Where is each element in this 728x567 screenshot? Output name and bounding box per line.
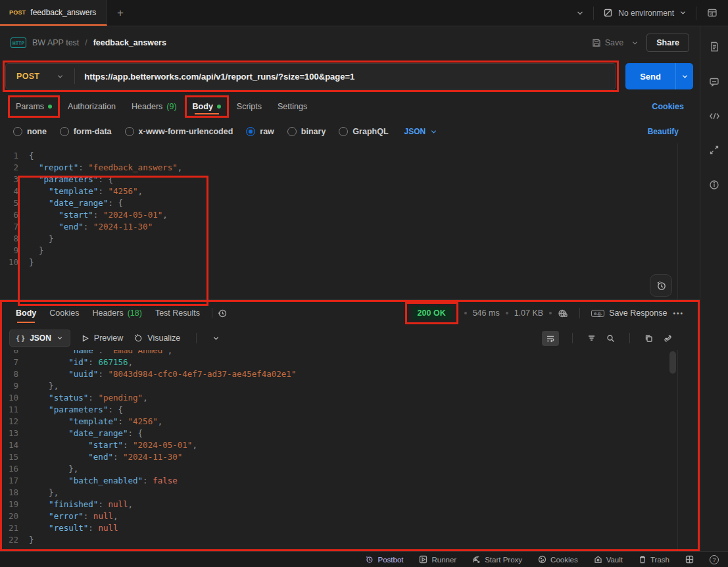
mode-none[interactable]: none bbox=[13, 127, 47, 136]
mode-form-data[interactable]: form-data bbox=[60, 127, 112, 136]
search-icon[interactable] bbox=[605, 333, 616, 344]
method-selector[interactable]: POST bbox=[6, 72, 74, 81]
url-input[interactable] bbox=[75, 72, 616, 82]
mode-binary[interactable]: binary bbox=[287, 127, 326, 136]
divider bbox=[212, 308, 212, 318]
scrollbar-thumb[interactable] bbox=[669, 351, 676, 374]
send-button[interactable]: Send bbox=[625, 63, 675, 89]
postman-window: POST feedback_answers + No environment x bbox=[0, 0, 728, 567]
tab-title: feedback_answers bbox=[30, 8, 96, 17]
cookies-link[interactable]: Cookies bbox=[652, 102, 692, 111]
help-icon[interactable]: ? bbox=[710, 555, 719, 564]
tab-scripts[interactable]: Scripts bbox=[229, 95, 270, 118]
statusbar-cookies[interactable]: Cookies bbox=[538, 555, 578, 564]
response-toolbar: { } JSON Preview Visualize bbox=[0, 326, 700, 350]
svg-text:x: x bbox=[709, 12, 712, 16]
response-tab-test-results[interactable]: Test Results bbox=[149, 302, 206, 324]
example-icon: e.g. bbox=[591, 310, 604, 317]
network-info-icon[interactable] bbox=[558, 308, 568, 318]
tab-params[interactable]: Params bbox=[8, 95, 60, 118]
wrap-text-icon[interactable] bbox=[542, 331, 559, 346]
divider bbox=[579, 308, 580, 318]
code-line: 10} bbox=[0, 257, 700, 268]
divider bbox=[196, 333, 197, 343]
code-line: 9 } bbox=[0, 245, 700, 257]
code-line: 6 "name": "Emad Ahmed", bbox=[0, 350, 700, 357]
preview-button[interactable]: Preview bbox=[81, 333, 123, 343]
chevron-down-icon bbox=[57, 73, 64, 80]
breadcrumb-collection[interactable]: BW APP test bbox=[32, 38, 79, 47]
response-tab-headers[interactable]: Headers(18) bbox=[85, 302, 148, 324]
share-button[interactable]: Share bbox=[646, 34, 689, 52]
code-line: 16 }, bbox=[0, 463, 700, 475]
toolbar-chevron-icon[interactable] bbox=[212, 335, 220, 342]
request-body-editor[interactable]: 1{2 "report": "feedback_answers",3 "para… bbox=[0, 143, 700, 299]
copy-icon[interactable] bbox=[643, 333, 654, 344]
open-request-tab[interactable]: POST feedback_answers bbox=[0, 0, 107, 26]
documentation-icon[interactable] bbox=[708, 39, 721, 54]
response-tab-cookies[interactable]: Cookies bbox=[43, 302, 85, 324]
postbot-icon bbox=[365, 555, 374, 564]
tab-authorization[interactable]: Authorization bbox=[60, 95, 124, 118]
response-format-selector[interactable]: { } JSON bbox=[9, 330, 70, 347]
response-time[interactable]: 546 ms bbox=[473, 308, 500, 318]
beautify-link[interactable]: Beautify bbox=[648, 127, 687, 136]
mode-graphql[interactable]: GraphQL bbox=[339, 127, 388, 136]
statusbar-vault[interactable]: Vault bbox=[594, 555, 623, 564]
response-body-editor[interactable]: 6 "name": "Emad Ahmed",7 "id": 667156,8 … bbox=[0, 350, 700, 551]
statusbar-trash[interactable]: Trash bbox=[639, 555, 669, 564]
filter-icon[interactable] bbox=[586, 333, 597, 343]
code-line: 9 }, bbox=[0, 380, 700, 392]
mode-raw[interactable]: raw bbox=[246, 127, 274, 136]
environment-quick-look-icon[interactable]: x bbox=[696, 8, 728, 18]
tab-overflow-chevron-icon[interactable] bbox=[567, 9, 593, 17]
comments-icon[interactable] bbox=[707, 75, 721, 89]
play-icon bbox=[81, 334, 89, 343]
divider bbox=[629, 333, 630, 343]
request-tabs: Params Authorization Headers(9) Body Scr… bbox=[0, 93, 700, 120]
status-badge[interactable]: 200 OK bbox=[412, 307, 452, 320]
code-snippet-icon[interactable] bbox=[707, 110, 722, 122]
response-size[interactable]: 1.07 KB bbox=[514, 308, 543, 318]
info-icon[interactable] bbox=[707, 178, 721, 192]
raw-language-selector[interactable]: JSON bbox=[404, 127, 438, 136]
body-mode-row: none form-data x-www-form-urlencoded raw… bbox=[0, 120, 700, 143]
annotation-box-status: 200 OK bbox=[405, 302, 458, 324]
tab-method-label: POST bbox=[9, 9, 26, 16]
environment-name: No environment bbox=[618, 9, 674, 18]
vault-icon bbox=[594, 555, 602, 564]
panel-layout-icon[interactable] bbox=[685, 555, 694, 564]
save-icon bbox=[592, 38, 601, 47]
new-tab-button[interactable]: + bbox=[107, 0, 133, 26]
tab-body[interactable]: Body bbox=[185, 95, 229, 118]
code-line: 17 "batch_enabled": false bbox=[0, 475, 700, 487]
request-tab-strip: POST feedback_answers + No environment x bbox=[0, 0, 728, 26]
breadcrumb-request-name[interactable]: feedback_answers bbox=[93, 38, 166, 47]
statusbar-runner[interactable]: Runner bbox=[419, 555, 456, 564]
save-response-button[interactable]: e.g. Save Response bbox=[591, 308, 667, 318]
runner-icon bbox=[419, 555, 427, 564]
breadcrumb: HTTP BW APP test / feedback_answers bbox=[11, 37, 166, 48]
response-history-icon[interactable] bbox=[218, 308, 228, 318]
dot bbox=[549, 312, 552, 314]
save-options-chevron-icon[interactable] bbox=[630, 39, 640, 47]
code-line: 7 "end": "2024-11-30" bbox=[0, 221, 700, 233]
visualize-button[interactable]: Visualize bbox=[133, 333, 180, 343]
link-icon[interactable] bbox=[662, 333, 673, 344]
save-button[interactable]: Save bbox=[592, 38, 624, 47]
tab-headers[interactable]: Headers(9) bbox=[124, 95, 185, 118]
code-line: 2 "report": "feedback_answers", bbox=[0, 162, 700, 174]
postbot-button[interactable] bbox=[650, 274, 672, 297]
code-line: 3 "parameters": { bbox=[0, 174, 700, 185]
statusbar-postbot[interactable]: Postbot bbox=[365, 555, 403, 564]
mode-x-www-form-urlencoded[interactable]: x-www-form-urlencoded bbox=[125, 127, 233, 136]
chevron-down-icon bbox=[57, 335, 63, 341]
code-line: 12 "template": "4256", bbox=[0, 416, 700, 428]
related-requests-icon[interactable] bbox=[708, 143, 721, 157]
more-options-icon[interactable]: ••• bbox=[673, 310, 691, 317]
response-tab-body[interactable]: Body bbox=[9, 302, 43, 324]
send-options-chevron-icon[interactable] bbox=[675, 63, 693, 89]
statusbar-start-proxy[interactable]: Start Proxy bbox=[472, 555, 522, 564]
tab-settings[interactable]: Settings bbox=[270, 95, 315, 118]
environment-selector[interactable]: No environment bbox=[594, 8, 696, 18]
